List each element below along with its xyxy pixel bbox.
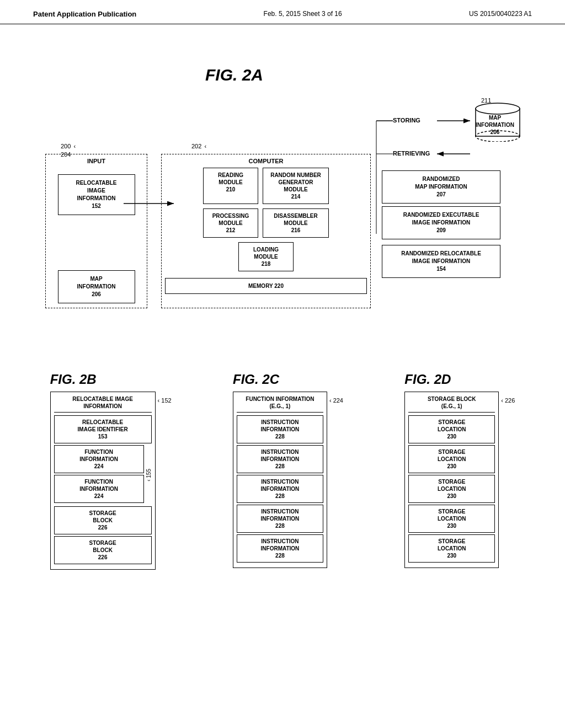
fig2c-title: FIG. 2C (233, 372, 343, 387)
fig2a-section: FIG. 2A 200 ‹ 202 ‹ 204 211 MA (22, 35, 543, 355)
map-info-206-box: MAPINFORMATION206 (58, 270, 135, 303)
fig2c-panel: FIG. 2C FUNCTION INFORMATION(E.G., 1) IN… (233, 372, 343, 570)
fig2c-item-0: INSTRUCTIONINFORMATION228 (237, 415, 323, 443)
memory-220-box: MEMORY 220 (165, 278, 367, 294)
cylinder-map-info: MAPINFORMATION206 (470, 100, 525, 143)
rand-map-info-box: RANDOMIZEDMAP INFORMATION207 (382, 170, 500, 204)
storing-label: STORING (393, 117, 420, 124)
fig2a-title: FIG. 2A (205, 66, 263, 84)
fig2d-item-4: STORAGELOCATION230 (408, 534, 495, 563)
fig2c-item-3: INSTRUCTIONINFORMATION228 (237, 505, 323, 533)
processing-module-box: PROCESSINGMODULE212 (203, 208, 258, 238)
fig2c-item-1: INSTRUCTIONINFORMATION228 (237, 445, 323, 473)
fig2c-item-4: INSTRUCTIONINFORMATION228 (237, 534, 323, 563)
fig2b-panel: FIG. 2B RELOCATABLE IMAGEINFORMATION REL… (50, 372, 172, 570)
loading-module-box: LOADINGMODULE218 (238, 242, 294, 271)
fig2b-item-0: RELOCATABLEIMAGE IDENTIFIER153 (54, 415, 152, 443)
fig2d-panel: FIG. 2D STORAGE BLOCK(E.G., 1) STORAGELO… (404, 372, 515, 570)
disassembler-module-box: DISASSEMBLERMODULE216 (263, 208, 329, 238)
fig2b-item-4: STORAGEBLOCK226 (54, 536, 152, 564)
ref-200: 200 ‹ (61, 143, 76, 149)
retrieving-label: RETRIEVING (393, 150, 430, 157)
input-box: INPUT RELOCATABLEIMAGEINFORMATION152 MAP… (45, 154, 147, 308)
fig2d-item-2: STORAGELOCATION230 (408, 475, 495, 503)
rand-reloc-image-box: RANDOMIZED RELOCATABLEIMAGE INFORMATION1… (382, 245, 500, 278)
fig2d-item-3: STORAGELOCATION230 (408, 505, 495, 533)
fig2b-title: FIG. 2B (50, 372, 172, 387)
fig2c-item-2: INSTRUCTIONINFORMATION228 (237, 475, 323, 503)
computer-box: COMPUTER READINGMODULE210 RANDOM NUMBERG… (161, 154, 371, 308)
relocatable-image-box: RELOCATABLEIMAGEINFORMATION152 (58, 174, 135, 215)
fig2b-item-3: STORAGEBLOCK226 (54, 506, 152, 534)
rng-module-box: RANDOM NUMBERGENERATORMODULE214 (263, 168, 329, 204)
svg-point-1 (476, 103, 520, 114)
fig2d-title: FIG. 2D (404, 372, 515, 387)
ref-202: 202 ‹ (191, 143, 206, 149)
fig2b-item-2: FUNCTIONINFORMATION224 (54, 475, 144, 503)
pub-num: US 2015/0040223 A1 (469, 10, 532, 18)
fig2d-item-1: STORAGELOCATION230 (408, 445, 495, 473)
page-header: Patent Application Publication Feb. 5, 2… (0, 0, 565, 24)
rand-exec-image-box: RANDOMIZED EXECUTABLEIMAGE INFORMATION20… (382, 206, 500, 239)
bottom-section: FIG. 2B RELOCATABLE IMAGEINFORMATION REL… (22, 372, 543, 570)
fig2b-item-1: FUNCTIONINFORMATION224 (54, 445, 144, 473)
reading-module-box: READINGMODULE210 (203, 168, 258, 204)
fig2d-item-0: STORAGELOCATION230 (408, 415, 495, 443)
pub-date: Feb. 5, 2015 Sheet 3 of 16 (264, 10, 342, 18)
pub-title: Patent Application Publication (33, 10, 136, 18)
